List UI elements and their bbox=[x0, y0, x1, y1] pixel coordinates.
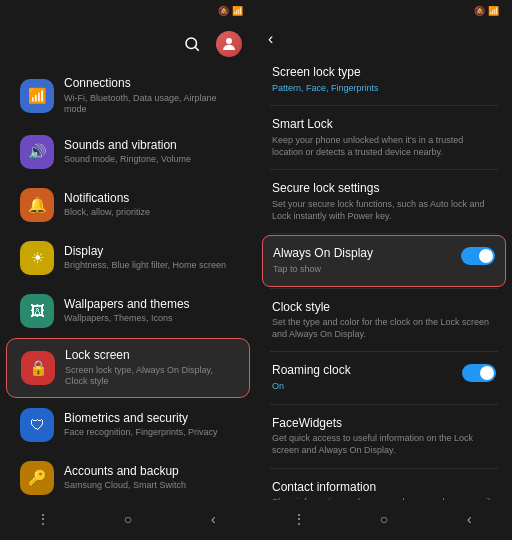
divider bbox=[270, 404, 498, 405]
lock-item-clock-style[interactable]: Clock style Set the type and color for t… bbox=[262, 290, 506, 351]
lock-title-roaming-clock: Roaming clock bbox=[272, 363, 351, 379]
lock-subtitle-clock-style: Set the type and color for the clock on … bbox=[272, 317, 496, 340]
item-subtitle-wallpapers: Wallpapers, Themes, Icons bbox=[64, 313, 236, 325]
profile-icon bbox=[220, 35, 238, 53]
wifi-icon: 📶 bbox=[232, 6, 243, 16]
left-status-icons: 🔕 📶 bbox=[218, 6, 246, 16]
divider bbox=[270, 105, 498, 106]
lock-item-screen-lock-type[interactable]: Screen lock type Pattern, Face, Fingerpr… bbox=[262, 55, 506, 104]
settings-header bbox=[0, 22, 256, 64]
lock-subtitle-smart-lock: Keep your phone unlocked when it's in a … bbox=[272, 135, 496, 158]
svg-point-2 bbox=[226, 38, 232, 44]
sidebar-item-accounts[interactable]: 🔑 Accounts and backup Samsung Cloud, Sma… bbox=[6, 452, 250, 500]
left-status-bar: 🔕 📶 bbox=[0, 0, 256, 22]
divider bbox=[270, 288, 498, 289]
lock-item-smart-lock[interactable]: Smart Lock Keep your phone unlocked when… bbox=[262, 107, 506, 168]
sidebar-item-wallpapers[interactable]: 🖼 Wallpapers and themes Wallpapers, Them… bbox=[6, 285, 250, 337]
wallpapers-icon: 🖼 bbox=[20, 294, 54, 328]
divider bbox=[270, 233, 498, 234]
divider bbox=[270, 169, 498, 170]
lock-screen-list: Screen lock type Pattern, Face, Fingerpr… bbox=[256, 54, 512, 500]
display-icon: ☀ bbox=[20, 241, 54, 275]
lock-title-smart-lock: Smart Lock bbox=[272, 117, 496, 133]
lock-title-secure-lock: Secure lock settings bbox=[272, 181, 496, 197]
back-button-r[interactable]: ‹ bbox=[454, 511, 484, 527]
mute-icon-r: 🔕 bbox=[474, 6, 485, 16]
sidebar-item-display[interactable]: ☀ Display Brightness, Blue light filter,… bbox=[6, 232, 250, 284]
lock-item-secure-lock[interactable]: Secure lock settings Set your secure loc… bbox=[262, 171, 506, 232]
right-status-bar: 🔕 📶 bbox=[256, 0, 512, 22]
lock-title-screen-lock-type: Screen lock type bbox=[272, 65, 379, 81]
header-actions bbox=[178, 30, 242, 58]
lock-title-face-widgets: FaceWidgets bbox=[272, 416, 496, 432]
item-title-wallpapers: Wallpapers and themes bbox=[64, 297, 236, 313]
biometrics-icon: 🛡 bbox=[20, 408, 54, 442]
item-title-connections: Connections bbox=[64, 76, 236, 92]
back-arrow-button[interactable]: ‹ bbox=[268, 30, 273, 48]
item-subtitle-connections: Wi-Fi, Bluetooth, Data usage, Airplane m… bbox=[64, 93, 236, 116]
sidebar-item-lockscreen[interactable]: 🔒 Lock screen Screen lock type, Always O… bbox=[6, 338, 250, 398]
divider bbox=[270, 468, 498, 469]
left-nav-bar: ⋮ ○ ‹ bbox=[0, 500, 256, 540]
item-subtitle-biometrics: Face recognition, Fingerprints, Privacy bbox=[64, 427, 236, 439]
right-nav-bar: ⋮ ○ ‹ bbox=[256, 500, 512, 540]
search-button[interactable] bbox=[178, 30, 206, 58]
item-title-sounds: Sounds and vibration bbox=[64, 138, 236, 154]
item-subtitle-lockscreen: Screen lock type, Always On Display, Clo… bbox=[65, 365, 235, 388]
connections-icon: 📶 bbox=[20, 79, 54, 113]
lock-screen-panel: 🔕 📶 ‹ Screen lock type Pattern, Face, Fi… bbox=[256, 0, 512, 540]
item-title-notifications: Notifications bbox=[64, 191, 236, 207]
lockscreen-icon: 🔒 bbox=[21, 351, 55, 385]
item-subtitle-display: Brightness, Blue light filter, Home scre… bbox=[64, 260, 236, 272]
lock-item-face-widgets[interactable]: FaceWidgets Get quick access to useful i… bbox=[262, 406, 506, 467]
item-subtitle-notifications: Block, allow, prioritize bbox=[64, 207, 236, 219]
toggle-roaming-clock[interactable] bbox=[462, 364, 496, 382]
settings-panel: 🔕 📶 📶 C bbox=[0, 0, 256, 540]
item-subtitle-accounts: Samsung Cloud, Smart Switch bbox=[64, 480, 236, 492]
accounts-icon: 🔑 bbox=[20, 461, 54, 495]
recent-apps-button[interactable]: ⋮ bbox=[28, 511, 58, 527]
home-button-r[interactable]: ○ bbox=[369, 511, 399, 527]
sidebar-item-biometrics[interactable]: 🛡 Biometrics and security Face recogniti… bbox=[6, 399, 250, 451]
item-title-display: Display bbox=[64, 244, 236, 260]
lock-title-clock-style: Clock style bbox=[272, 300, 496, 316]
avatar[interactable] bbox=[216, 31, 242, 57]
lock-subtitle-face-widgets: Get quick access to useful information o… bbox=[272, 433, 496, 456]
lock-title-contact-info: Contact information bbox=[272, 480, 496, 496]
search-icon bbox=[183, 35, 201, 53]
sounds-icon: 🔊 bbox=[20, 135, 54, 169]
item-title-biometrics: Biometrics and security bbox=[64, 411, 236, 427]
home-button[interactable]: ○ bbox=[113, 511, 143, 527]
lock-screen-header: ‹ bbox=[256, 22, 512, 54]
lock-item-roaming-clock[interactable]: Roaming clock On bbox=[262, 353, 506, 402]
right-status-icons: 🔕 📶 bbox=[474, 6, 502, 16]
lock-item-always-on-display[interactable]: Always On Display Tap to show bbox=[262, 235, 506, 286]
svg-line-1 bbox=[195, 47, 198, 50]
divider bbox=[270, 351, 498, 352]
sidebar-item-sounds[interactable]: 🔊 Sounds and vibration Sound mode, Ringt… bbox=[6, 126, 250, 178]
lock-title-always-on-display: Always On Display bbox=[273, 246, 373, 262]
item-title-lockscreen: Lock screen bbox=[65, 348, 235, 364]
recent-apps-button-r[interactable]: ⋮ bbox=[284, 511, 314, 527]
sidebar-item-connections[interactable]: 📶 Connections Wi-Fi, Bluetooth, Data usa… bbox=[6, 67, 250, 125]
notifications-icon: 🔔 bbox=[20, 188, 54, 222]
mute-icon: 🔕 bbox=[218, 6, 229, 16]
lock-subtitle-secure-lock: Set your secure lock functions, such as … bbox=[272, 199, 496, 222]
wifi-icon-r: 📶 bbox=[488, 6, 499, 16]
sidebar-item-notifications[interactable]: 🔔 Notifications Block, allow, prioritize bbox=[6, 179, 250, 231]
back-button[interactable]: ‹ bbox=[198, 511, 228, 527]
lock-subtitle-roaming-clock: On bbox=[272, 381, 351, 393]
lock-subtitle-screen-lock-type: Pattern, Face, Fingerprints bbox=[272, 83, 379, 95]
lock-item-contact-info[interactable]: Contact information Show information suc… bbox=[262, 470, 506, 500]
settings-list: 📶 Connections Wi-Fi, Bluetooth, Data usa… bbox=[0, 64, 256, 500]
toggle-always-on-display[interactable] bbox=[461, 247, 495, 265]
lock-subtitle-always-on-display: Tap to show bbox=[273, 264, 373, 276]
svg-point-0 bbox=[186, 38, 197, 49]
item-subtitle-sounds: Sound mode, Ringtone, Volume bbox=[64, 154, 236, 166]
item-title-accounts: Accounts and backup bbox=[64, 464, 236, 480]
